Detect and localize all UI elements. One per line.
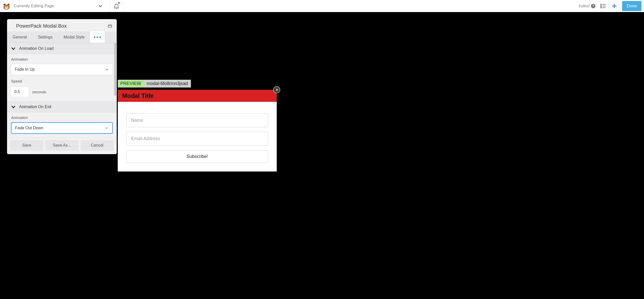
field-exit-animation: Animation Fade Out Down [7, 112, 117, 137]
window-icon [108, 24, 112, 28]
svg-point-11 [601, 6, 601, 6]
select-value: Fade In Up [15, 67, 35, 72]
svg-point-5 [8, 6, 8, 7]
chevron-down-icon [105, 126, 109, 130]
chevron-down-icon [97, 2, 104, 10]
load-animation-select[interactable]: Fade In Up [11, 64, 113, 75]
panel-tabs: General Settings Modal Style [7, 31, 117, 43]
field-label: Animation [11, 115, 113, 120]
section-animation-load[interactable]: Animation On Load [7, 43, 117, 54]
settings-panel: PowerPack Modal Box General Settings Mod… [7, 19, 117, 154]
panel-body: Animation On Load Animation Fade In Up S… [7, 43, 117, 137]
svg-point-8 [7, 4, 10, 6]
select-value: Fade Out Down [15, 126, 43, 130]
list-icon [600, 3, 607, 9]
speed-input[interactable] [11, 87, 29, 97]
field-label: Speed [11, 79, 113, 83]
field-load-animation: Animation Fade In Up [7, 54, 117, 76]
cancel-button[interactable]: Cancel [80, 140, 114, 151]
speed-row: seconds [7, 87, 117, 101]
save-as-button[interactable]: Save As... [45, 140, 78, 151]
plus-icon [611, 3, 618, 9]
help-icon: ? [591, 4, 595, 8]
svg-point-7 [4, 4, 6, 6]
beaver-icon [2, 2, 11, 11]
page-title-dropdown[interactable]: Currently Editing Page [14, 2, 104, 10]
panel-title: PowerPack Modal Box [16, 23, 67, 29]
tab-settings[interactable]: Settings [32, 31, 58, 43]
add-module-button[interactable] [611, 3, 618, 9]
tab-more[interactable] [90, 31, 105, 43]
svg-rect-17 [108, 25, 112, 27]
preview-tag: PREVIEW modal-6fo8rmn3jsad [118, 80, 191, 88]
modal-body: Subscribe! [118, 102, 277, 172]
notification-dot-icon [118, 2, 120, 4]
panel-expand-button[interactable] [108, 24, 112, 28]
subscribe-button[interactable]: Subscribe! [126, 150, 268, 163]
more-dots-icon [94, 36, 101, 38]
email-input[interactable] [126, 132, 268, 146]
field-load-speed: Speed [7, 76, 117, 87]
field-label: Animation [11, 57, 113, 61]
top-right-group: Edited ? Done [579, 1, 644, 11]
preview-badge: PREVIEW [118, 80, 144, 88]
svg-point-9 [601, 4, 601, 5]
close-icon: ✕ [275, 88, 278, 92]
chevron-down-icon [11, 104, 16, 110]
top-left-group: Currently Editing Page [0, 0, 109, 12]
modal-title: Modal Title [122, 92, 272, 99]
modal-close-button[interactable]: ✕ [273, 86, 280, 93]
edited-label: Edited [579, 4, 590, 8]
section-title: Animation On Exit [19, 105, 51, 109]
svg-point-3 [5, 6, 5, 7]
top-toolbar: Currently Editing Page Edited ? [0, 0, 644, 12]
outline-panel-button[interactable] [600, 3, 607, 9]
svg-rect-6 [6, 8, 7, 9]
page-title: Currently Editing Page [14, 4, 94, 8]
done-button[interactable]: Done [622, 1, 641, 11]
speed-unit: seconds [32, 90, 46, 94]
svg-point-13 [601, 7, 601, 8]
preview-id: modal-6fo8rmn3jsad [144, 80, 191, 88]
panel-footer: Save Save As... Cancel [7, 137, 117, 154]
panel-header[interactable]: PowerPack Modal Box [7, 19, 117, 31]
tab-modal-style[interactable]: Modal Style [58, 31, 90, 43]
tab-general[interactable]: General [7, 31, 32, 43]
exit-animation-select[interactable]: Fade Out Down [11, 122, 113, 134]
chevron-down-icon [105, 67, 109, 71]
notifications-button[interactable] [109, 0, 124, 12]
modal-titlebar: Modal Title [118, 90, 277, 102]
modal-preview: ✕ Modal Title Subscribe! [118, 90, 277, 172]
section-title: Animation On Load [19, 46, 54, 51]
name-input[interactable] [126, 113, 268, 127]
chevron-down-icon [11, 46, 16, 51]
scrollbar-thumb[interactable] [114, 43, 116, 96]
edited-status[interactable]: Edited ? [579, 4, 596, 8]
section-animation-exit[interactable]: Animation On Exit [7, 101, 117, 112]
app-logo[interactable] [2, 2, 11, 11]
save-button[interactable]: Save [10, 140, 43, 151]
